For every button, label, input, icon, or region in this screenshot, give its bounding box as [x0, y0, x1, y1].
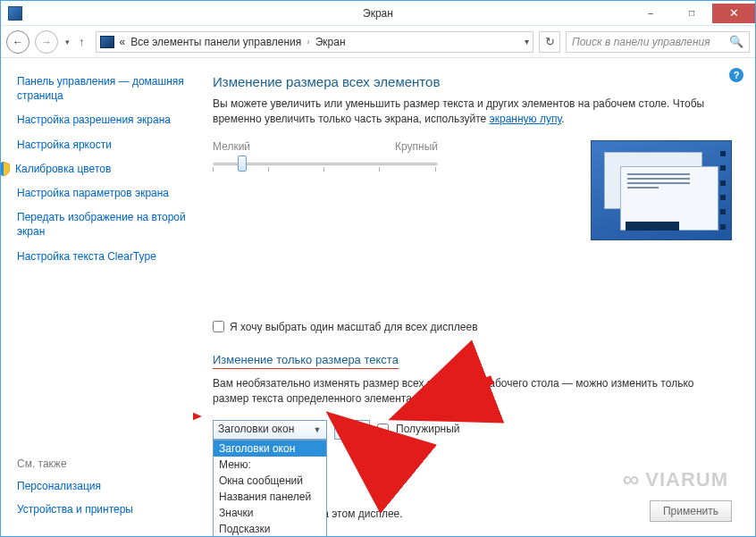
- address-bar[interactable]: « Все элементы панели управления › Экран…: [96, 31, 534, 53]
- breadcrumb-item[interactable]: Экран: [315, 36, 346, 48]
- dropdown-option[interactable]: Заголовки окон: [214, 441, 326, 457]
- folder-icon: [100, 36, 114, 48]
- dropdown-option[interactable]: Значки: [214, 505, 326, 521]
- sidebar: Панель управления — домашняя страница На…: [1, 58, 193, 536]
- shield-icon: [1, 162, 10, 176]
- breadcrumb-item[interactable]: Все элементы панели управления: [130, 36, 301, 48]
- chevron-down-icon: ▼: [310, 423, 324, 437]
- search-input[interactable]: Поиск в панели управления 🔍: [566, 31, 750, 53]
- subsection-heading: Изменение только размера текста: [213, 353, 399, 369]
- see-also-section: См. также Персонализация Устройства и пр…: [17, 445, 186, 525]
- annotation-arrow: [193, 403, 202, 432]
- dropdown-option[interactable]: Меню:: [214, 457, 326, 473]
- sidebar-item-color-calibration[interactable]: Калибровка цветов: [15, 162, 111, 176]
- slider-min-label: Мелкий: [213, 140, 250, 153]
- intro-paragraph: Вы можете увеличить или уменьшить размер…: [213, 96, 732, 128]
- dropdown-option[interactable]: Названия панелей: [214, 489, 326, 505]
- dropdown-option[interactable]: Подсказки: [214, 521, 326, 536]
- search-placeholder: Поиск в панели управления: [572, 36, 710, 48]
- size-slider[interactable]: [213, 155, 438, 172]
- watermark: ∞ VIARUM: [623, 466, 728, 493]
- element-type-value: Заголовки окон: [218, 423, 294, 435]
- font-size-combo[interactable]: 11 ▼: [334, 420, 370, 440]
- bold-checkbox[interactable]: [377, 424, 389, 435]
- search-icon[interactable]: 🔍: [729, 35, 743, 48]
- bold-label: Полужирный: [396, 423, 460, 435]
- sidebar-item-project[interactable]: Передать изображение на второй экран: [17, 210, 186, 239]
- sidebar-item-resolution[interactable]: Настройка разрешения экрана: [17, 113, 186, 127]
- dropdown-option[interactable]: Окна сообщений: [214, 473, 326, 489]
- element-type-combo[interactable]: Заголовки окон ▼: [213, 420, 327, 440]
- refresh-button[interactable]: ↻: [539, 31, 560, 53]
- slider-thumb[interactable]: [238, 155, 247, 172]
- nav-history-dropdown[interactable]: ▾: [65, 38, 70, 46]
- titlebar: Экран – □ ✕: [1, 1, 755, 26]
- preview-image: [591, 140, 732, 240]
- minimize-button[interactable]: –: [630, 4, 671, 23]
- crumb-prefix: «: [120, 36, 126, 48]
- one-scale-label: Я хочу выбрать один масштаб для всех дис…: [230, 321, 478, 333]
- content-pane: Изменение размера всех элементов Вы може…: [193, 58, 755, 536]
- nav-back-button[interactable]: ←: [6, 30, 29, 54]
- one-scale-checkbox[interactable]: [213, 321, 224, 332]
- sidebar-item-home[interactable]: Панель управления — домашняя страница: [17, 74, 186, 103]
- element-type-dropdown[interactable]: Заголовки окон Меню: Окна сообщений Назв…: [213, 440, 327, 536]
- see-also-heading: См. также: [17, 457, 186, 470]
- see-also-personalization[interactable]: Персонализация: [17, 479, 186, 493]
- maximize-button[interactable]: □: [671, 4, 712, 23]
- see-also-devices[interactable]: Устройства и принтеры: [17, 502, 186, 516]
- section-heading: Изменение размера всех элементов: [213, 74, 732, 89]
- navbar: ← → ▾ ↑ « Все элементы панели управления…: [1, 26, 755, 58]
- app-icon: [8, 6, 22, 21]
- chevron-down-icon: ▼: [353, 423, 367, 437]
- address-dropdown-icon[interactable]: ▾: [525, 37, 529, 46]
- sidebar-item-screen-params[interactable]: Настройка параметров экрана: [17, 186, 186, 200]
- breadcrumb-sep: ›: [307, 37, 309, 46]
- infinity-icon: ∞: [623, 466, 641, 493]
- nav-forward-button[interactable]: →: [35, 30, 58, 54]
- subsection-paragraph: Вам необязательно изменять размер всех э…: [213, 376, 732, 407]
- font-size-value: 11: [340, 423, 351, 435]
- sidebar-item-cleartype[interactable]: Настройка текста ClearType: [17, 249, 186, 264]
- close-button[interactable]: ✕: [712, 4, 755, 23]
- slider-max-label: Крупный: [395, 140, 438, 153]
- apply-button[interactable]: Применить: [650, 500, 732, 522]
- sidebar-item-brightness[interactable]: Настройка яркости: [17, 138, 186, 152]
- nav-up-button[interactable]: ↑: [79, 35, 85, 48]
- magnifier-link[interactable]: экранную лупу: [490, 113, 562, 125]
